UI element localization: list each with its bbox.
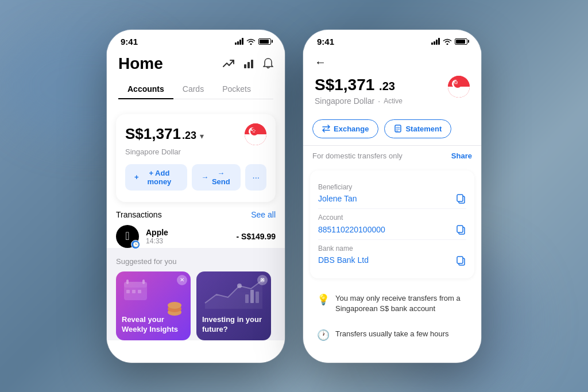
svg-rect-25 xyxy=(245,294,249,303)
account-label: Account xyxy=(318,214,466,222)
transactions-header: Transactions See all xyxy=(116,210,276,219)
share-button[interactable]: Share xyxy=(451,152,472,160)
svg-rect-42 xyxy=(457,195,463,201)
balance-cents: .23 xyxy=(182,130,196,142)
tab-pockets[interactable]: Pockets xyxy=(213,80,260,99)
home-header: Home xyxy=(107,50,285,106)
sg-flag-1 xyxy=(245,123,266,145)
detail-currency-row: Singapore Dollar · Active xyxy=(315,96,403,106)
balance-label: Singapore Dollar xyxy=(125,148,266,156)
svg-point-36 xyxy=(455,83,456,84)
svg-rect-44 xyxy=(457,226,463,232)
svg-point-24 xyxy=(260,278,265,282)
transfer-note: For domestic transfers only Share xyxy=(303,146,481,166)
detail-balance-cents: .23 xyxy=(379,80,395,92)
suggested-section: Suggested for you ✕ xyxy=(107,248,285,340)
clock-badge-icon: 🕒 xyxy=(131,240,140,249)
transactions-title: Transactions xyxy=(116,210,162,219)
svg-rect-17 xyxy=(126,290,130,293)
tip-1-text: You may only receive transfers from a Si… xyxy=(335,293,467,314)
tab-accounts[interactable]: Accounts xyxy=(118,80,173,99)
svg-point-34 xyxy=(457,81,458,83)
more-button[interactable]: ··· xyxy=(245,164,266,191)
bank-value: DBS Bank Ltd xyxy=(318,255,369,265)
svg-point-11 xyxy=(253,131,254,133)
phone2-content: ← S$1,371 .23 Singapore Dollar · Active xyxy=(303,50,481,363)
detail-balance-info: S$1,371 .23 Singapore Dollar · Active xyxy=(315,76,403,106)
account-tabs: Accounts Cards Pockets xyxy=(118,80,273,99)
clock-icon: 🕐 xyxy=(317,329,330,341)
transaction-icon-apple:  🕒 xyxy=(116,225,139,248)
svg-rect-27 xyxy=(256,292,259,303)
statement-icon xyxy=(394,125,402,133)
copy-account-button[interactable] xyxy=(456,224,466,235)
dot-separator: · xyxy=(378,96,380,106)
svg-rect-15 xyxy=(126,280,129,284)
account-action-buttons: Exchange Statement xyxy=(303,112,481,146)
insights-card-title: Reveal your Weekly Insights xyxy=(122,315,185,335)
transaction-info: Apple 14:33 xyxy=(146,228,230,245)
close-insights-button[interactable]: ✕ xyxy=(177,275,187,285)
calendar-deco-icon xyxy=(124,280,147,300)
balance-chevron[interactable]: ▾ xyxy=(200,131,204,141)
copy-beneficiary-button[interactable] xyxy=(456,193,466,204)
beneficiary-value: Jolene Tan xyxy=(318,194,357,203)
svg-rect-16 xyxy=(142,280,145,284)
investing-card[interactable]: ✕ Investing in xyxy=(196,271,271,340)
wifi-icon-2 xyxy=(443,38,452,45)
tip-2: 🕐 Transfers usually take a few hours xyxy=(310,323,474,347)
status-icons-2 xyxy=(431,38,467,45)
see-all-button[interactable]: See all xyxy=(251,210,276,219)
bank-row: Bank name DBS Bank Ltd xyxy=(318,240,466,270)
sg-flag-2 xyxy=(448,76,470,98)
bar-chart-icon[interactable] xyxy=(243,57,254,69)
svg-rect-29 xyxy=(448,87,470,98)
transaction-item:  🕒 Apple 14:33 - S$149.99 xyxy=(116,225,276,248)
svg-point-33 xyxy=(455,80,457,81)
lightbulb-icon: 💡 xyxy=(317,293,330,306)
add-money-button[interactable]: + + Add money xyxy=(125,164,187,191)
status-bar-2: 9:41 xyxy=(303,30,481,50)
wifi-icon-1 xyxy=(246,38,256,45)
investing-card-text: Investing in your future? xyxy=(202,315,265,335)
svg-rect-2 xyxy=(251,60,253,68)
investing-card-title: Investing in your future? xyxy=(202,315,265,335)
balance-row: S$1,371 .23 ▾ xyxy=(125,123,266,145)
action-buttons: + + Add money → → Send ··· xyxy=(125,164,266,191)
trend-up-icon[interactable] xyxy=(223,57,234,69)
exchange-button[interactable]: Exchange xyxy=(312,119,378,138)
bell-icon[interactable] xyxy=(263,57,273,69)
statement-button[interactable]: Statement xyxy=(384,119,451,138)
phone-detail: 9:41 ← xyxy=(303,30,481,363)
copy-bank-button[interactable] xyxy=(456,255,466,266)
transaction-amount: - S$149.99 xyxy=(237,232,276,241)
suggested-cards: ✕ xyxy=(116,271,276,340)
insights-card-text: Reveal your Weekly Insights xyxy=(122,315,185,335)
detail-balance-row: S$1,371 .23 Singapore Dollar · Active xyxy=(315,76,470,106)
transaction-name: Apple xyxy=(146,228,230,237)
svg-point-23 xyxy=(237,284,242,288)
transactions-section: Transactions See all  🕒 Apple 14:33 - S… xyxy=(107,210,285,248)
arrow-right-icon: → xyxy=(201,173,208,181)
home-title: Home xyxy=(118,55,163,73)
phone1-content: Home xyxy=(107,50,285,363)
tips-section: 💡 You may only receive transfers from a … xyxy=(303,283,481,355)
svg-point-10 xyxy=(254,131,255,133)
suggested-title: Suggested for you xyxy=(116,257,276,266)
svg-point-32 xyxy=(454,81,455,83)
svg-rect-26 xyxy=(250,290,254,303)
beneficiary-row: Beneficiary Jolene Tan xyxy=(318,178,466,209)
beneficiary-label: Beneficiary xyxy=(318,183,466,191)
svg-point-12 xyxy=(252,130,253,131)
send-button[interactable]: → → Send xyxy=(192,164,241,191)
insights-card[interactable]: ✕ xyxy=(116,271,191,340)
transaction-time: 14:33 xyxy=(146,237,230,245)
plus-icon: + xyxy=(134,173,139,181)
tab-cards[interactable]: Cards xyxy=(173,80,213,99)
svg-point-8 xyxy=(253,129,254,130)
svg-rect-18 xyxy=(132,290,136,293)
back-button[interactable]: ← xyxy=(315,56,470,69)
signal-icon-1 xyxy=(235,38,243,45)
account-row: Account 885110220100000 xyxy=(318,209,466,240)
home-title-row: Home xyxy=(118,55,273,73)
